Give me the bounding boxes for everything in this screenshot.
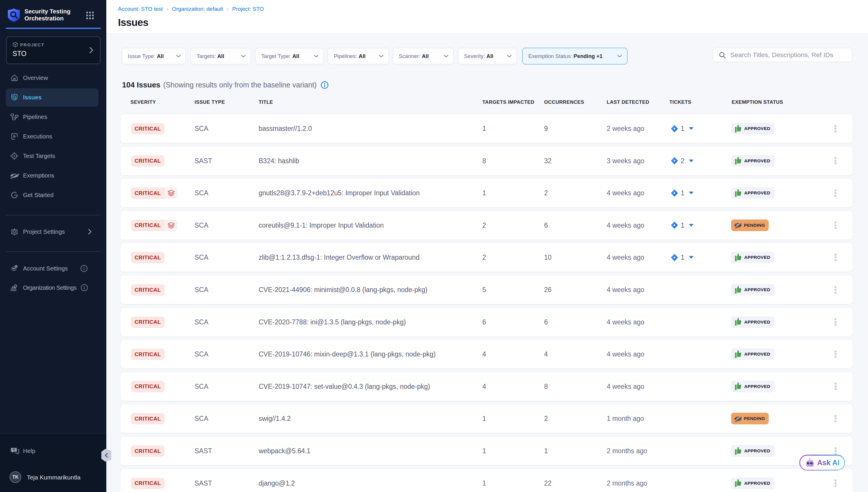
svg-text:?: ? [13,448,15,452]
